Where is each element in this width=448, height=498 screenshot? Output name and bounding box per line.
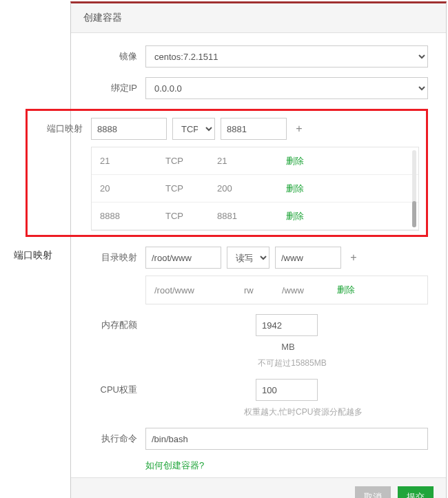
dialog-footer: 取消 提交: [71, 477, 446, 498]
port-delete-link[interactable]: 删除: [286, 210, 304, 222]
dir-table: /root/www rw /www 删除: [145, 276, 428, 304]
scrollbar-thumb[interactable]: [412, 201, 416, 227]
mem-hint: 不可超过15885MB: [258, 357, 326, 369]
port-dst-cell: 200: [217, 183, 286, 194]
dialog: 创建容器 镜像 centos:7.2.1511 绑定IP 0.0.0.0 端口映…: [70, 1, 447, 498]
label-image: 镜像: [89, 45, 137, 63]
table-row: /root/www rw /www 删除: [146, 276, 427, 304]
label-bindip: 绑定IP: [89, 77, 137, 94]
dir-delete-link[interactable]: 删除: [337, 284, 355, 296]
submit-button[interactable]: 提交: [398, 486, 434, 498]
cpu-hint: 权重越大,忙时CPU资源分配越多: [244, 406, 363, 418]
port-delete-link[interactable]: 删除: [286, 155, 304, 167]
dir-dst-cell: /www: [282, 285, 337, 295]
port-src-cell: 21: [100, 156, 165, 166]
cmd-input[interactable]: [145, 428, 428, 450]
cancel-button[interactable]: 取消: [355, 486, 391, 498]
dir-add-button[interactable]: +: [347, 251, 360, 264]
port-src-cell: 8888: [100, 211, 165, 221]
port-dst-cell: 21: [217, 156, 286, 166]
port-src-cell: 20: [100, 183, 165, 194]
table-row: 8888 TCP 8881 删除: [92, 203, 418, 230]
cpu-input[interactable]: [256, 379, 318, 401]
port-proto-cell: TCP: [165, 183, 217, 194]
help-link[interactable]: 如何创建容器?: [145, 459, 428, 472]
port-table: 21 TCP 21 删除 20 TCP 200 删除 8888: [91, 147, 419, 231]
port-proto-select[interactable]: TCP: [172, 118, 215, 140]
mem-unit: MB: [281, 342, 295, 352]
port-mapping-highlight: 端口映射 TCP + 21 TCP 21: [26, 109, 428, 237]
label-mem: 内存配额: [89, 314, 137, 331]
label-cpu: CPU权重: [89, 379, 137, 396]
dir-src-cell: /root/www: [154, 285, 244, 295]
port-dst-cell: 8881: [217, 211, 286, 221]
label-portmap: 端口映射: [34, 118, 83, 135]
port-dst-input[interactable]: [221, 118, 287, 140]
port-src-input[interactable]: [91, 118, 167, 140]
dialog-title: 创建容器: [71, 3, 446, 33]
label-dirmap: 目录映射: [89, 247, 137, 264]
port-proto-cell: TCP: [165, 156, 217, 166]
port-proto-cell: TCP: [165, 211, 217, 221]
scrollbar[interactable]: [412, 150, 416, 227]
port-add-button[interactable]: +: [292, 122, 306, 136]
dir-mode-cell: rw: [244, 285, 282, 295]
mem-input[interactable]: [256, 314, 318, 336]
table-row: 20 TCP 200 删除: [92, 175, 418, 203]
table-row: 21 TCP 21 删除: [92, 147, 418, 175]
image-select[interactable]: centos:7.2.1511: [145, 45, 428, 68]
port-delete-link[interactable]: 删除: [286, 183, 304, 195]
annotation-label: 端口映射: [14, 249, 52, 262]
label-cmd: 执行命令: [89, 428, 137, 445]
dir-dst-input[interactable]: [275, 247, 341, 269]
bindip-select[interactable]: 0.0.0.0: [145, 77, 428, 99]
dir-src-input[interactable]: [145, 247, 221, 269]
dir-mode-select[interactable]: 读写: [227, 247, 269, 269]
